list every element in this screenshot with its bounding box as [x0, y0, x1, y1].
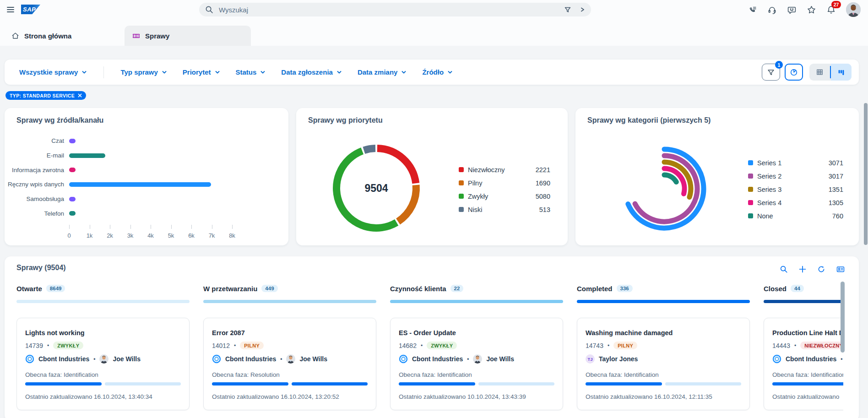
notifications-bell[interactable]: 27 [826, 5, 836, 15]
chevron-down-icon [336, 70, 342, 75]
radial-arc[interactable] [664, 175, 676, 182]
axis-tick [90, 225, 90, 229]
bar[interactable] [69, 211, 76, 216]
card-meta: 14743•PILNY [586, 342, 741, 349]
owner-name[interactable]: Taylor Jones [599, 355, 638, 363]
chevron-down-icon [162, 70, 167, 75]
call-list-icon[interactable] [748, 5, 757, 15]
phase-progress-segment [212, 382, 288, 385]
donut-segment[interactable] [364, 148, 375, 150]
user-avatar[interactable] [846, 2, 861, 17]
table-view-toggle[interactable] [809, 64, 830, 81]
view-preset-dropdown[interactable]: Wszystkie sprawy [19, 68, 87, 76]
search-input[interactable] [218, 5, 564, 14]
legend-row[interactable]: None760 [748, 209, 843, 223]
donut-segment[interactable] [377, 148, 416, 183]
ticket-icon [132, 32, 141, 40]
active-filter-chip[interactable]: TYP: STANDARD SERVICE [5, 91, 86, 100]
headset-icon[interactable] [767, 5, 777, 15]
card-meta: 14443•NIEZWŁOCZNY [772, 342, 843, 349]
bar-track [69, 182, 232, 187]
bar[interactable] [69, 197, 76, 201]
header-icon-cluster: 27 [748, 0, 861, 19]
kanban-card[interactable]: Washing machine damaged14743•PILNYTJTayl… [577, 318, 750, 410]
phase-progress [25, 382, 181, 385]
bar[interactable] [69, 139, 76, 143]
filter-dropdown[interactable]: Typ sprawy [120, 68, 167, 76]
owner-initials-avatar: TJ [586, 354, 595, 364]
filter-dropdown[interactable]: Data zmiany [358, 68, 407, 76]
tab-sprawy[interactable]: Sprawy [125, 26, 251, 46]
chart-view-button[interactable] [785, 64, 803, 81]
owner-name[interactable]: Joe Wills [299, 355, 327, 363]
kanban-card[interactable]: Error 208714012•PILNYCbont Industries•Jo… [203, 318, 376, 410]
kanban-contact-card-icon[interactable] [836, 265, 845, 274]
kanban-card[interactable]: Production Line Halt D14443•NIEZWŁOCZNYC… [764, 318, 843, 410]
chat-feedback-icon[interactable] [787, 5, 797, 15]
owner-avatar-photo [286, 354, 295, 364]
account-name[interactable]: Cbont Industries [38, 355, 89, 363]
search-filter-funnel-icon[interactable] [564, 5, 572, 14]
priority-badge: NIEZWŁOCZNY [800, 342, 843, 349]
filter-dropdown[interactable]: Status [236, 68, 266, 76]
legend-row[interactable]: Niski513 [459, 203, 550, 216]
menu-hamburger-icon[interactable] [6, 5, 15, 14]
bar[interactable] [69, 182, 211, 187]
bar[interactable] [69, 168, 76, 172]
card-meta: 14739•ZWYKŁY [25, 342, 181, 349]
filter-dropdown[interactable]: Data zgłoszenia [281, 68, 342, 76]
tab-label: Strona główna [24, 32, 71, 40]
bar-track [69, 211, 232, 216]
filter-dropdown[interactable]: Źródło [422, 68, 453, 76]
column-count-badge: 8649 [46, 285, 65, 292]
legend-row[interactable]: Pilny1690 [459, 176, 550, 190]
filters-button[interactable]: 1 [762, 64, 780, 81]
legend-row[interactable]: Series 31351 [748, 183, 843, 196]
favorites-star-icon[interactable] [807, 5, 816, 15]
legend-value: 513 [539, 206, 550, 213]
radial-arc[interactable] [635, 156, 697, 222]
kanban-column: W przetwarzaniu449Error 208714012•PILNYC… [203, 280, 376, 418]
separator-dot: • [234, 342, 236, 349]
kanban-add-icon[interactable] [798, 265, 807, 273]
kanban-card[interactable]: Lights not working14739•ZWYKŁYCbont Indu… [16, 318, 190, 410]
owner-name[interactable]: Joe Wills [486, 355, 514, 363]
filter-dropdown[interactable]: Priorytet [183, 68, 220, 76]
axis-tick-label: 3k [127, 232, 134, 239]
axis-tick-label: 6k [188, 232, 195, 239]
search-expand-chevron-icon[interactable] [579, 6, 586, 13]
app-header: SAP [0, 0, 868, 46]
account-name[interactable]: Cbont Industries [225, 355, 276, 363]
filters-count-badge: 1 [775, 61, 783, 69]
legend-swatch [459, 194, 464, 199]
notifications-count-badge: 27 [831, 1, 841, 8]
legend-row[interactable]: Series 23017 [748, 169, 843, 183]
kanban-search-icon[interactable] [780, 265, 788, 273]
card-title: Lights not working [25, 329, 181, 337]
filter-dropdown-label: Typ sprawy [120, 68, 157, 76]
legend-row[interactable]: Series 41305 [748, 196, 843, 209]
legend-row[interactable]: Zwykły5080 [459, 190, 550, 203]
legend-row[interactable]: Niezwłoczny2221 [459, 163, 550, 176]
bar[interactable] [69, 153, 105, 158]
phase-progress-segment [292, 382, 368, 385]
column-count-badge: 336 [617, 285, 633, 292]
kanban-card[interactable]: ES - Order Update14682•ZWYKŁYCbont Indus… [390, 318, 563, 410]
separator-dot: • [47, 342, 49, 349]
view-preset-label: Wszystkie sprawy [19, 68, 78, 76]
legend-value: 760 [832, 212, 843, 220]
tab-strona-glowna[interactable]: Strona główna [4, 26, 79, 46]
bar-row: E-mail [5, 148, 288, 163]
account-name[interactable]: Cbont Industries [412, 355, 463, 363]
account-name[interactable]: Cbont Industries [786, 355, 836, 363]
kanban-view-toggle[interactable] [831, 64, 852, 81]
kanban-refresh-icon[interactable] [817, 265, 825, 273]
donut-legend: Niezwłoczny2221Pilny1690Zwykły5080Niski5… [459, 163, 550, 216]
page-scrollbar-thumb[interactable] [864, 103, 868, 245]
filter-dropdown-label: Data zmiany [358, 68, 398, 76]
legend-row[interactable]: Series 13071 [748, 156, 843, 169]
owner-name[interactable]: Joe Wills [113, 355, 141, 363]
column-progress-bar [203, 300, 376, 303]
kanban-scrollbar-thumb[interactable] [841, 282, 845, 353]
donut-segment[interactable] [398, 185, 416, 222]
